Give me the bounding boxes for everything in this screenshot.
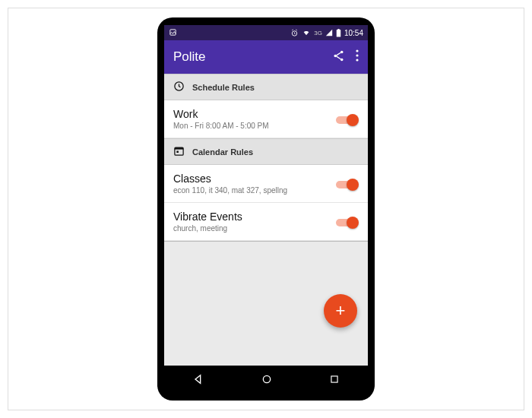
calendar-rules-header: Calendar Rules	[164, 138, 368, 165]
svg-rect-13	[176, 151, 179, 154]
add-button[interactable]: +	[324, 294, 357, 328]
rule-work[interactable]: Work Mon - Fri 8:00 AM - 5:00 PM	[164, 100, 368, 138]
signal-icon	[325, 29, 333, 36]
calendar-icon	[173, 145, 185, 158]
battery-icon	[336, 29, 341, 37]
divider	[164, 241, 368, 242]
svg-rect-2	[337, 30, 341, 36]
rule-title: Vibrate Events	[173, 211, 336, 223]
rule-title: Work	[173, 108, 336, 120]
rule-subtitle: church, meeting	[173, 224, 336, 233]
app-bar: Polite	[164, 40, 368, 74]
home-icon[interactable]	[261, 373, 273, 385]
clock-label: 10:54	[344, 29, 363, 37]
content-area: Schedule Rules Work Mon - Fri 8:00 AM - …	[164, 74, 368, 366]
schedule-rules-header: Schedule Rules	[164, 74, 368, 100]
phone-frame: 3G 10:54 Polite	[157, 17, 375, 401]
app-title: Polite	[173, 49, 206, 65]
toggle-classes[interactable]	[336, 179, 359, 189]
svg-point-8	[356, 54, 358, 56]
svg-rect-12	[175, 147, 183, 150]
section-label: Calendar Rules	[192, 147, 253, 157]
svg-rect-15	[331, 376, 337, 382]
svg-point-14	[263, 375, 270, 382]
clock-icon	[173, 81, 185, 93]
section-label: Schedule Rules	[192, 83, 255, 92]
plus-icon: +	[336, 301, 346, 321]
rule-classes[interactable]: Classes econ 110, it 340, mat 327, spell…	[164, 165, 368, 203]
svg-point-7	[356, 49, 358, 52]
screen: 3G 10:54 Polite	[164, 25, 368, 393]
rule-title: Classes	[173, 173, 336, 185]
canvas: 3G 10:54 Polite	[8, 8, 524, 410]
wifi-icon	[302, 29, 311, 36]
overflow-menu-icon[interactable]	[356, 49, 359, 65]
rule-vibrate-events[interactable]: Vibrate Events church, meeting	[164, 203, 368, 241]
recent-apps-icon[interactable]	[329, 374, 340, 385]
svg-rect-3	[337, 29, 339, 30]
network-label: 3G	[314, 30, 322, 36]
rule-subtitle: econ 110, it 340, mat 327, spellng	[173, 186, 336, 195]
alarm-icon	[290, 29, 299, 37]
share-icon[interactable]	[332, 49, 345, 65]
svg-point-9	[356, 59, 358, 61]
status-bar: 3G 10:54	[164, 25, 368, 40]
android-nav-bar	[164, 366, 368, 393]
back-icon[interactable]	[192, 373, 204, 385]
toggle-vibrate[interactable]	[336, 217, 359, 227]
toggle-work[interactable]	[336, 114, 359, 125]
rule-subtitle: Mon - Fri 8:00 AM - 5:00 PM	[173, 122, 336, 130]
screenshot-icon	[169, 28, 177, 38]
